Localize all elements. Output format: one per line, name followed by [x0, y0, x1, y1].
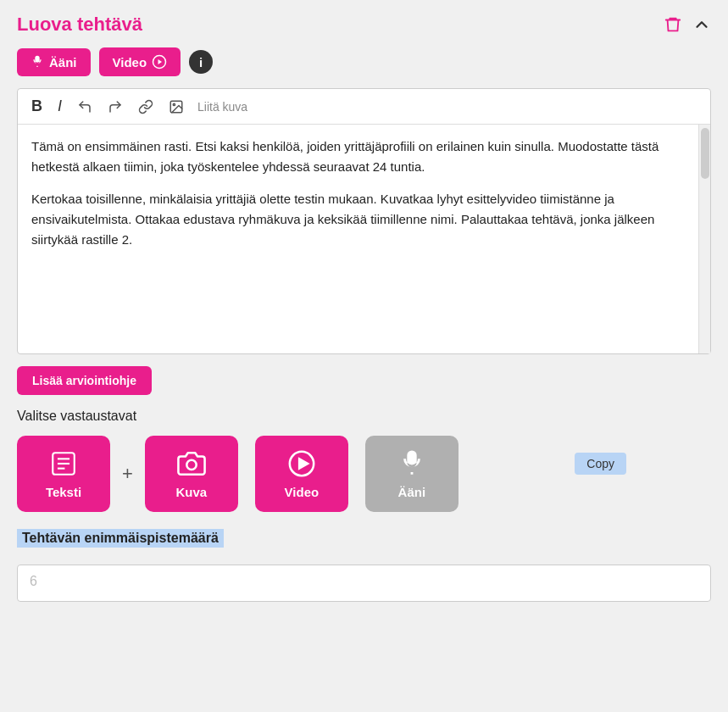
header-icons — [664, 15, 711, 34]
chevron-up-icon — [692, 15, 711, 34]
editor-paragraph-1: Tämä on ensimmäinen rasti. Etsi kaksi he… — [31, 136, 697, 177]
editor-content-area: Tämä on ensimmäinen rasti. Etsi kaksi he… — [18, 125, 710, 353]
play-circle-icon — [152, 54, 167, 70]
max-points-section: Tehtävän enimmäispistemäärä 6 — [17, 529, 711, 602]
svg-marker-1 — [158, 59, 163, 64]
svg-point-3 — [173, 103, 175, 105]
info-button[interactable]: i — [189, 50, 213, 74]
delete-button[interactable] — [664, 15, 682, 34]
audio-label: Ääni — [49, 55, 77, 70]
svg-marker-10 — [299, 459, 308, 468]
redo-icon — [108, 99, 123, 114]
response-audio-label: Ääni — [398, 485, 426, 499]
max-points-input[interactable]: 6 — [17, 565, 711, 602]
editor-wrapper: B I — [17, 88, 711, 354]
page-title: Luova tehtävä — [17, 14, 142, 36]
response-btn-audio[interactable]: Ääni — [365, 436, 458, 512]
max-points-label: Tehtävän enimmäispistemäärä — [17, 529, 224, 548]
play-icon — [287, 449, 316, 478]
editor-text[interactable]: Tämä on ensimmäinen rasti. Etsi kaksi he… — [18, 125, 710, 353]
undo-button[interactable] — [72, 97, 97, 116]
video-label: Video — [113, 55, 147, 70]
redo-button[interactable] — [103, 97, 128, 116]
mic-inactive-icon — [397, 449, 426, 478]
response-btn-image[interactable]: Kuva — [145, 436, 238, 512]
response-btn-video[interactable]: Video — [255, 436, 348, 512]
text-icon — [49, 449, 78, 478]
insert-image-label: Liitä kuva — [197, 100, 247, 114]
bold-button[interactable]: B — [26, 96, 47, 117]
main-container: Luova tehtävä Ääni Video — [0, 0, 728, 619]
max-points-value: 6 — [30, 574, 37, 588]
response-btn-text[interactable]: Teksti — [17, 436, 110, 512]
video-button[interactable]: Video — [99, 47, 181, 76]
link-button[interactable] — [133, 97, 158, 116]
image-icon — [169, 99, 184, 114]
mic-icon — [31, 55, 44, 69]
add-guide-button[interactable]: Lisää arviointiohje — [17, 366, 152, 395]
response-section: Valitse vastaustavat Teksti + Kuv — [17, 409, 711, 512]
response-image-label: Kuva — [176, 485, 208, 499]
scrollbar-thumb — [701, 128, 709, 179]
info-label: i — [199, 55, 203, 70]
response-text-label: Teksti — [46, 485, 81, 499]
editor-toolbar: B I — [18, 89, 710, 125]
trash-icon — [664, 15, 682, 34]
response-video-label: Video — [285, 485, 320, 499]
image-button[interactable] — [164, 97, 189, 116]
link-icon — [138, 99, 153, 114]
italic-button[interactable]: I — [53, 96, 67, 117]
audio-button[interactable]: Ääni — [17, 48, 91, 76]
response-types-container: Teksti + Kuva Video — [17, 436, 711, 512]
copy-button[interactable]: Copy — [575, 453, 626, 475]
undo-icon — [77, 99, 92, 114]
camera-icon — [177, 449, 206, 478]
svg-point-8 — [186, 459, 196, 469]
plus-separator: + — [122, 463, 133, 485]
media-buttons: Ääni Video i — [17, 47, 711, 76]
editor-paragraph-2: Kertokaa toisillenne, minkälaisia yrittä… — [31, 189, 697, 250]
collapse-button[interactable] — [692, 15, 711, 34]
header: Luova tehtävä — [17, 14, 711, 36]
response-section-label: Valitse vastaustavat — [17, 409, 711, 424]
scrollbar-track[interactable] — [698, 125, 710, 353]
